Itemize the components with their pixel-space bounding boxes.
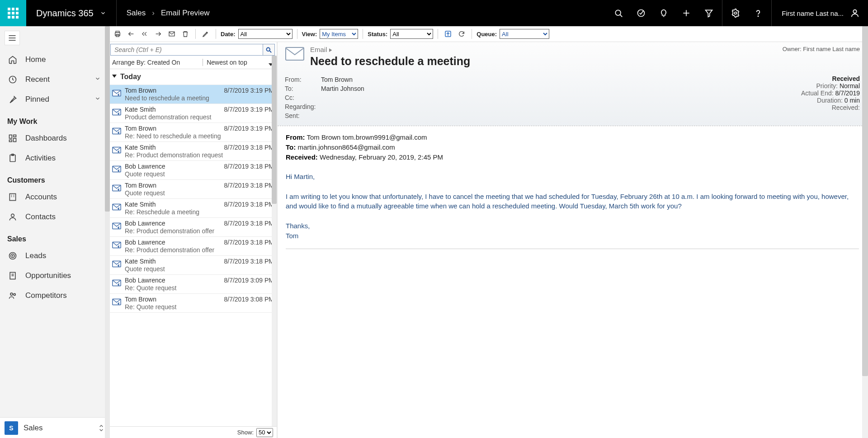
nav-opportunities[interactable]: Opportunities bbox=[0, 266, 108, 286]
add-button[interactable] bbox=[675, 0, 698, 26]
person-icon bbox=[8, 212, 17, 221]
svg-point-8 bbox=[853, 10, 856, 13]
show-count-select[interactable]: 50 bbox=[256, 428, 273, 437]
nav-contacts[interactable]: Contacts bbox=[0, 207, 108, 227]
ideas-button[interactable] bbox=[652, 0, 675, 26]
mail-item-icon bbox=[111, 183, 122, 193]
row-date: 8/7/2019 3:08 PM bbox=[224, 296, 274, 303]
date-select[interactable]: All bbox=[238, 29, 292, 39]
svg-point-6 bbox=[735, 12, 737, 14]
mail-item-icon bbox=[111, 240, 122, 250]
nav-accounts[interactable]: Accounts bbox=[0, 187, 108, 207]
email-row[interactable]: Tom Brown8/7/2019 3:08 PMRe: Quote reque… bbox=[108, 294, 277, 313]
upload-button[interactable] bbox=[443, 28, 453, 39]
forward-button[interactable] bbox=[153, 28, 164, 39]
double-arrow-left-icon bbox=[141, 30, 149, 38]
nav-recent[interactable]: Recent bbox=[0, 70, 108, 89]
search-input[interactable] bbox=[110, 44, 263, 56]
email-row[interactable]: Tom Brown8/7/2019 3:18 PMQuote request bbox=[108, 180, 277, 199]
mail-item-icon bbox=[111, 145, 122, 155]
from-value[interactable]: Tom Brown bbox=[321, 75, 364, 84]
filter-button[interactable] bbox=[698, 0, 720, 26]
email-row[interactable]: Kate Smith8/7/2019 3:18 PMQuote request bbox=[108, 256, 277, 275]
status-label: Status: bbox=[368, 31, 387, 38]
email-row[interactable]: Bob Lawrence8/7/2019 3:09 PMRe: Quote re… bbox=[108, 275, 277, 294]
entity-dropdown-icon[interactable] bbox=[329, 48, 333, 52]
nav-dashboards[interactable]: Dashboards bbox=[0, 128, 108, 148]
task-check-button[interactable] bbox=[630, 0, 652, 26]
email-row[interactable]: Bob Lawrence8/7/2019 3:18 PMRe: Product … bbox=[108, 237, 277, 256]
print-icon bbox=[114, 30, 121, 38]
row-from: Bob Lawrence bbox=[125, 220, 165, 227]
status-select[interactable]: All bbox=[390, 29, 433, 39]
nav-toggle[interactable] bbox=[5, 31, 20, 45]
funnel-icon bbox=[704, 9, 713, 18]
email-row[interactable]: Tom Brown8/7/2019 3:19 PMNeed to resched… bbox=[108, 85, 277, 104]
question-icon bbox=[754, 9, 763, 18]
email-row[interactable]: Tom Brown8/7/2019 3:19 PMRe: Need to res… bbox=[108, 123, 277, 142]
back-button[interactable] bbox=[126, 28, 137, 39]
row-date: 8/7/2019 3:09 PM bbox=[224, 277, 274, 284]
list-scrollbar[interactable] bbox=[272, 56, 277, 426]
help-button[interactable] bbox=[747, 0, 769, 26]
chevron-right-icon: › bbox=[152, 9, 155, 18]
nav-competitors[interactable]: Competitors bbox=[0, 286, 108, 306]
email-row[interactable]: Kate Smith8/7/2019 3:18 PMRe: Reschedule… bbox=[108, 199, 277, 218]
page-scrollbar[interactable] bbox=[862, 26, 868, 438]
print-button[interactable] bbox=[112, 28, 123, 39]
queue-select[interactable]: All bbox=[500, 29, 549, 39]
row-subject: Quote request bbox=[125, 170, 274, 178]
nav-pinned[interactable]: Pinned bbox=[0, 89, 108, 109]
row-date: 8/7/2019 3:19 PM bbox=[224, 87, 274, 94]
email-list-pane: Arrange By: Created On Newest on top Tod… bbox=[108, 42, 278, 438]
area-switcher[interactable]: S Sales bbox=[0, 417, 108, 438]
mail-button[interactable] bbox=[166, 28, 177, 39]
row-from: Kate Smith bbox=[125, 201, 156, 208]
queue-label: Queue: bbox=[476, 31, 497, 38]
mail-item-icon bbox=[111, 126, 122, 137]
row-date: 8/7/2019 3:18 PM bbox=[224, 258, 274, 265]
brand-button[interactable]: Dynamics 365 bbox=[26, 0, 117, 26]
view-select[interactable]: My Items bbox=[320, 29, 358, 39]
owner-value[interactable]: First name Last name bbox=[803, 46, 860, 52]
to-value[interactable]: Martin Johnson bbox=[321, 84, 364, 93]
left-nav: Home Recent Pinned My Work Dashboards Ac… bbox=[0, 26, 108, 438]
arrange-by-row[interactable]: Arrange By: Created On Newest on top bbox=[108, 57, 277, 69]
nav-section-customers: Customers bbox=[0, 168, 108, 187]
crumb-area[interactable]: Sales bbox=[127, 9, 146, 18]
show-footer: Show: 50 bbox=[108, 426, 277, 438]
svg-point-31 bbox=[10, 293, 13, 295]
row-date: 8/7/2019 3:19 PM bbox=[224, 125, 274, 132]
mail-item-icon bbox=[111, 202, 122, 212]
email-row[interactable]: Bob Lawrence8/7/2019 3:18 PMQuote reques… bbox=[108, 161, 277, 180]
row-from: Kate Smith bbox=[125, 144, 156, 151]
refresh-button[interactable] bbox=[456, 28, 467, 39]
nav-home[interactable]: Home bbox=[0, 50, 108, 70]
mail-item-icon bbox=[111, 164, 122, 174]
email-row[interactable]: Kate Smith8/7/2019 3:19 PMProduct demons… bbox=[108, 104, 277, 123]
updown-icon bbox=[99, 425, 104, 431]
group-header[interactable]: Today bbox=[108, 69, 277, 85]
nav-scrollbar[interactable] bbox=[105, 26, 110, 438]
svg-marker-5 bbox=[706, 10, 712, 17]
row-subject: Re: Need to reschedule a meeting bbox=[125, 132, 274, 140]
settings-button[interactable] bbox=[724, 0, 747, 26]
email-row[interactable]: Bob Lawrence8/7/2019 3:18 PMRe: Product … bbox=[108, 218, 277, 237]
svg-marker-44 bbox=[112, 75, 117, 78]
delete-button[interactable] bbox=[180, 28, 191, 39]
email-row[interactable]: Kate Smith8/7/2019 3:18 PMRe: Product de… bbox=[108, 142, 277, 161]
row-from: Tom Brown bbox=[125, 296, 156, 303]
search-button[interactable] bbox=[607, 0, 630, 26]
edit-button[interactable] bbox=[200, 28, 211, 39]
app-launcher[interactable] bbox=[0, 0, 26, 26]
trash-icon bbox=[182, 30, 189, 38]
chevron-down-icon bbox=[94, 75, 101, 82]
nav-section-mywork: My Work bbox=[0, 109, 108, 128]
row-subject: Re: Quote request bbox=[125, 284, 274, 292]
nav-activities[interactable]: Activities bbox=[0, 148, 108, 168]
back-all-button[interactable] bbox=[139, 28, 150, 39]
nav-leads[interactable]: Leads bbox=[0, 246, 108, 266]
search-go-button[interactable] bbox=[263, 44, 275, 56]
user-menu[interactable]: First name Last na... bbox=[774, 0, 868, 26]
row-subject: Quote request bbox=[125, 189, 274, 197]
